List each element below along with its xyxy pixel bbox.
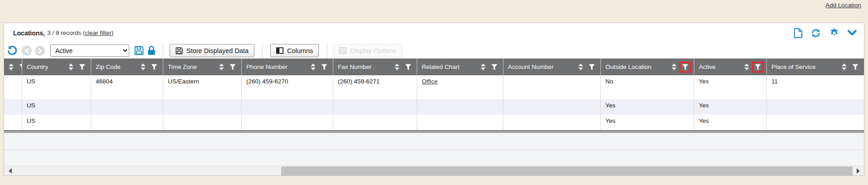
cell-place-of-service: [767, 99, 864, 115]
cell-zip-code: [91, 115, 163, 130]
cell-outside-location: No: [601, 75, 694, 99]
collapse-chevron-icon[interactable]: [848, 30, 857, 36]
new-document-icon[interactable]: [794, 28, 802, 38]
horizontal-scrollbar[interactable]: [4, 166, 864, 175]
filter-funnel-icon[interactable]: [78, 63, 87, 71]
cell-time-zone: [163, 115, 242, 130]
cell-place-of-service: [767, 115, 864, 130]
store-displayed-data-button[interactable]: Store Displayed Data: [170, 44, 254, 57]
cell-account-number: [503, 99, 601, 115]
filter-funnel-icon[interactable]: [320, 63, 329, 71]
cell-active: Yes: [694, 99, 767, 115]
column-header-row-tools[interactable]: [4, 58, 22, 75]
scroll-left-arrow-icon[interactable]: [9, 168, 12, 174]
add-location-link[interactable]: Add Location: [825, 2, 861, 9]
sort-icon[interactable]: [672, 63, 677, 70]
filter-funnel-icon[interactable]: [404, 63, 413, 71]
sort-icon[interactable]: [744, 63, 749, 70]
cell-place-of-service: 11: [767, 75, 864, 99]
cell-account-number: [503, 115, 601, 130]
column-header-phone-number[interactable]: Phone Number: [242, 58, 333, 75]
cell-phone-number: [242, 99, 333, 115]
column-label: Country: [27, 63, 68, 70]
cell-outside-location: Yes: [601, 115, 694, 130]
column-label: Account Number: [508, 63, 578, 70]
panel-title-icons: [794, 28, 857, 38]
cell-fax-number: [333, 99, 417, 115]
cell-country: US: [22, 99, 91, 115]
cell-related-chart: [417, 99, 503, 115]
scroll-right-arrow-icon[interactable]: [857, 168, 860, 174]
table-row[interactable]: US46804US/Eastern(260) 459-6270(260) 459…: [4, 75, 864, 99]
column-header-zip-code[interactable]: Zip Code: [91, 58, 163, 75]
records-count-text: 3 / 8 records (: [47, 29, 85, 36]
column-header-active[interactable]: Active: [694, 58, 767, 75]
filter-funnel-icon[interactable]: [18, 63, 22, 71]
column-header-outside-location[interactable]: Outside Location: [601, 58, 694, 75]
sort-icon[interactable]: [578, 63, 583, 70]
locations-panel: Locations, 3 / 8 records ( clear filter …: [4, 23, 864, 176]
filter-funnel-icon[interactable]: [851, 63, 860, 71]
columns-button[interactable]: Columns: [270, 44, 319, 57]
column-label: Time Zone: [168, 63, 219, 70]
prev-page-button[interactable]: [22, 46, 32, 56]
cell-row-tools: [4, 99, 22, 115]
gear-icon[interactable]: [829, 28, 839, 38]
cell-time-zone: US/Eastern: [163, 75, 242, 99]
table-body: US46804US/Eastern(260) 459-6270(260) 459…: [4, 75, 864, 130]
column-header-country[interactable]: Country: [22, 58, 91, 75]
sort-icon[interactable]: [68, 63, 73, 70]
reset-filters-icon[interactable]: [7, 45, 17, 56]
cell-related-chart: [417, 115, 503, 130]
panel-title-row: Locations, 3 / 8 records ( clear filter …: [4, 23, 864, 43]
filter-funnel-icon[interactable]: [228, 63, 237, 71]
column-label: Fax Number: [338, 63, 395, 70]
toolbar: Active Store Displayed Data Columns: [4, 43, 864, 58]
filter-funnel-icon[interactable]: [490, 63, 499, 71]
display-options-button[interactable]: Display Options: [333, 44, 402, 57]
sort-icon[interactable]: [9, 63, 14, 70]
records-count-close: ): [112, 29, 114, 36]
column-label: Zip Code: [96, 63, 141, 70]
cell-country: US: [22, 115, 91, 130]
sort-icon[interactable]: [481, 63, 486, 70]
saved-filter-select[interactable]: Active: [50, 44, 129, 57]
clear-filter-link[interactable]: clear filter: [85, 29, 112, 36]
column-header-fax-number[interactable]: Fax Number: [333, 58, 417, 75]
sort-icon[interactable]: [219, 63, 224, 70]
table-row[interactable]: USYesYes: [4, 115, 864, 130]
column-label: Place of Service: [771, 63, 842, 70]
cell-related-chart: Office: [417, 75, 503, 99]
refresh-icon[interactable]: [811, 28, 821, 38]
scrollbar-thumb[interactable]: [281, 166, 853, 175]
save-filter-icon[interactable]: [134, 46, 144, 55]
cell-fax-number: [333, 115, 417, 130]
sort-icon[interactable]: [141, 63, 146, 70]
cell-time-zone: [163, 99, 242, 115]
cell-account-number: [503, 75, 601, 99]
cell-zip-code: [91, 99, 163, 115]
table-footer-strip: [4, 133, 864, 150]
column-header-place-of-service[interactable]: Place of Service: [767, 58, 864, 75]
filter-funnel-icon-highlighted[interactable]: [681, 63, 690, 71]
filter-funnel-icon[interactable]: [150, 63, 159, 71]
cell-zip-code: 46804: [91, 75, 163, 99]
display-options-icon: [339, 47, 346, 54]
column-header-related-chart[interactable]: Related Chart: [417, 58, 503, 75]
column-header-account-number[interactable]: Account Number: [503, 58, 601, 75]
table-row[interactable]: USYesYes: [4, 99, 864, 115]
sort-icon[interactable]: [842, 63, 847, 70]
cell-phone-number: (260) 459-6270: [242, 75, 333, 99]
related-chart-link[interactable]: Office: [422, 78, 438, 85]
cell-outside-location: Yes: [601, 99, 694, 115]
sort-icon[interactable]: [395, 63, 400, 70]
next-page-button[interactable]: [35, 46, 45, 56]
column-header-time-zone[interactable]: Time Zone: [163, 58, 242, 75]
lock-icon[interactable]: [147, 46, 156, 55]
sort-icon[interactable]: [311, 63, 316, 70]
filter-funnel-icon-highlighted[interactable]: [753, 63, 762, 71]
cell-active: Yes: [694, 115, 767, 130]
filter-funnel-icon[interactable]: [587, 63, 596, 71]
cell-active: Yes: [694, 75, 767, 99]
table-header-row: CountryZip CodeTime ZonePhone NumberFax …: [4, 58, 864, 75]
